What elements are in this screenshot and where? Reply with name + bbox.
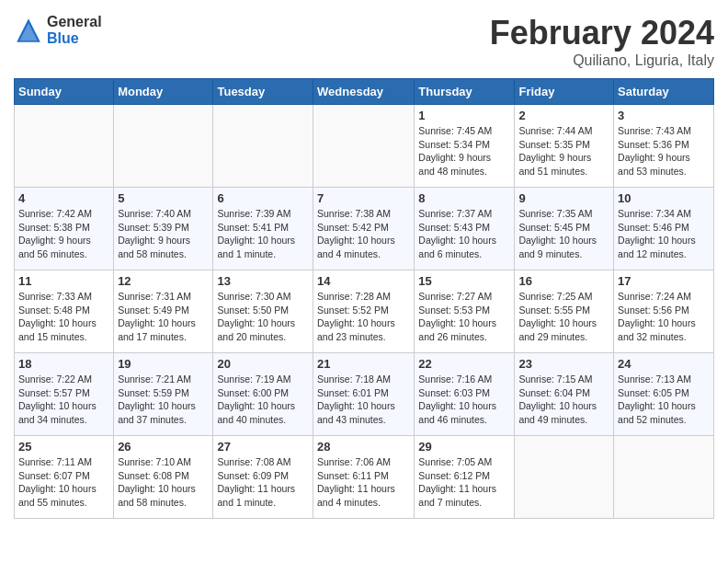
day-number: 9 xyxy=(518,191,609,205)
calendar-cell: 14Sunrise: 7:28 AM Sunset: 5:52 PM Dayli… xyxy=(313,270,415,353)
week-row-5: 25Sunrise: 7:11 AM Sunset: 6:07 PM Dayli… xyxy=(15,436,714,519)
calendar-cell: 19Sunrise: 7:21 AM Sunset: 5:59 PM Dayli… xyxy=(114,353,213,436)
header-col-wednesday: Wednesday xyxy=(313,79,415,105)
calendar-cell: 27Sunrise: 7:08 AM Sunset: 6:09 PM Dayli… xyxy=(213,436,313,519)
day-number: 23 xyxy=(518,357,609,371)
calendar-cell: 21Sunrise: 7:18 AM Sunset: 6:01 PM Dayli… xyxy=(313,353,415,436)
calendar-cell: 22Sunrise: 7:16 AM Sunset: 6:03 PM Dayli… xyxy=(415,353,515,436)
day-info: Sunrise: 7:27 AM Sunset: 5:53 PM Dayligh… xyxy=(418,290,510,344)
day-info: Sunrise: 7:42 AM Sunset: 5:38 PM Dayligh… xyxy=(18,207,109,261)
week-row-2: 4Sunrise: 7:42 AM Sunset: 5:38 PM Daylig… xyxy=(15,188,714,270)
calendar-cell: 25Sunrise: 7:11 AM Sunset: 6:07 PM Dayli… xyxy=(15,436,114,519)
header-col-monday: Monday xyxy=(114,79,213,105)
day-info: Sunrise: 7:30 AM Sunset: 5:50 PM Dayligh… xyxy=(217,290,309,344)
calendar-cell: 20Sunrise: 7:19 AM Sunset: 6:00 PM Dayli… xyxy=(213,353,313,436)
calendar-cell: 13Sunrise: 7:30 AM Sunset: 5:50 PM Dayli… xyxy=(213,270,313,353)
day-info: Sunrise: 7:05 AM Sunset: 6:12 PM Dayligh… xyxy=(418,455,510,510)
day-number: 8 xyxy=(418,191,510,205)
calendar-cell xyxy=(515,436,614,519)
day-number: 13 xyxy=(217,274,309,288)
calendar-cell: 26Sunrise: 7:10 AM Sunset: 6:08 PM Dayli… xyxy=(114,436,213,519)
calendar-cell xyxy=(313,105,415,188)
day-number: 21 xyxy=(317,357,410,371)
calendar-cell: 29Sunrise: 7:05 AM Sunset: 6:12 PM Dayli… xyxy=(415,436,515,519)
logo-icon xyxy=(14,16,43,45)
day-number: 25 xyxy=(18,440,109,454)
day-info: Sunrise: 7:34 AM Sunset: 5:46 PM Dayligh… xyxy=(618,207,710,261)
day-info: Sunrise: 7:18 AM Sunset: 6:01 PM Dayligh… xyxy=(317,373,410,427)
calendar-cell: 5Sunrise: 7:40 AM Sunset: 5:39 PM Daylig… xyxy=(114,188,213,270)
calendar-cell xyxy=(15,105,114,188)
day-number: 28 xyxy=(317,440,410,454)
day-number: 27 xyxy=(217,440,309,454)
day-info: Sunrise: 7:33 AM Sunset: 5:48 PM Dayligh… xyxy=(18,290,109,344)
day-number: 1 xyxy=(418,109,510,122)
calendar-cell: 8Sunrise: 7:37 AM Sunset: 5:43 PM Daylig… xyxy=(415,188,515,270)
day-info: Sunrise: 7:16 AM Sunset: 6:03 PM Dayligh… xyxy=(418,373,510,427)
day-number: 14 xyxy=(317,274,410,288)
calendar-title: February 2024 xyxy=(490,14,714,52)
day-info: Sunrise: 7:24 AM Sunset: 5:56 PM Dayligh… xyxy=(618,290,710,344)
day-info: Sunrise: 7:39 AM Sunset: 5:41 PM Dayligh… xyxy=(217,207,309,261)
day-number: 22 xyxy=(418,357,510,371)
header-col-tuesday: Tuesday xyxy=(213,79,313,105)
calendar-cell: 6Sunrise: 7:39 AM Sunset: 5:41 PM Daylig… xyxy=(213,188,313,270)
header-col-friday: Friday xyxy=(515,79,614,105)
day-info: Sunrise: 7:40 AM Sunset: 5:39 PM Dayligh… xyxy=(118,207,209,261)
calendar-cell: 4Sunrise: 7:42 AM Sunset: 5:38 PM Daylig… xyxy=(15,188,114,270)
day-info: Sunrise: 7:35 AM Sunset: 5:45 PM Dayligh… xyxy=(518,207,609,261)
calendar-cell: 18Sunrise: 7:22 AM Sunset: 5:57 PM Dayli… xyxy=(15,353,114,436)
day-number: 18 xyxy=(18,357,109,371)
day-number: 26 xyxy=(118,440,209,454)
logo-text: General Blue xyxy=(47,14,102,47)
day-number: 5 xyxy=(118,191,209,205)
day-info: Sunrise: 7:13 AM Sunset: 6:05 PM Dayligh… xyxy=(618,373,710,427)
day-number: 12 xyxy=(118,274,209,288)
day-number: 4 xyxy=(18,191,109,205)
day-info: Sunrise: 7:10 AM Sunset: 6:08 PM Dayligh… xyxy=(118,455,209,510)
day-number: 7 xyxy=(317,191,410,205)
logo: General Blue xyxy=(14,14,102,47)
day-number: 3 xyxy=(618,109,710,122)
calendar-cell xyxy=(114,105,213,188)
day-info: Sunrise: 7:19 AM Sunset: 6:00 PM Dayligh… xyxy=(217,373,309,427)
day-info: Sunrise: 7:31 AM Sunset: 5:49 PM Dayligh… xyxy=(118,290,209,344)
day-info: Sunrise: 7:06 AM Sunset: 6:11 PM Dayligh… xyxy=(317,455,410,510)
calendar-cell xyxy=(213,105,313,188)
day-info: Sunrise: 7:21 AM Sunset: 5:59 PM Dayligh… xyxy=(118,373,209,427)
calendar-header-row: SundayMondayTuesdayWednesdayThursdayFrid… xyxy=(15,79,714,105)
day-number: 20 xyxy=(217,357,309,371)
calendar-cell: 15Sunrise: 7:27 AM Sunset: 5:53 PM Dayli… xyxy=(415,270,515,353)
week-row-4: 18Sunrise: 7:22 AM Sunset: 5:57 PM Dayli… xyxy=(15,353,714,436)
calendar-cell: 12Sunrise: 7:31 AM Sunset: 5:49 PM Dayli… xyxy=(114,270,213,353)
day-number: 24 xyxy=(618,357,710,371)
day-info: Sunrise: 7:44 AM Sunset: 5:35 PM Dayligh… xyxy=(518,124,609,178)
week-row-3: 11Sunrise: 7:33 AM Sunset: 5:48 PM Dayli… xyxy=(15,270,714,353)
calendar-table: SundayMondayTuesdayWednesdayThursdayFrid… xyxy=(14,78,714,519)
calendar-cell: 9Sunrise: 7:35 AM Sunset: 5:45 PM Daylig… xyxy=(515,188,614,270)
day-number: 11 xyxy=(18,274,109,288)
calendar-cell: 3Sunrise: 7:43 AM Sunset: 5:36 PM Daylig… xyxy=(614,105,714,188)
calendar-cell: 17Sunrise: 7:24 AM Sunset: 5:56 PM Dayli… xyxy=(614,270,714,353)
day-info: Sunrise: 7:38 AM Sunset: 5:42 PM Dayligh… xyxy=(317,207,410,261)
day-number: 19 xyxy=(118,357,209,371)
calendar-cell: 10Sunrise: 7:34 AM Sunset: 5:46 PM Dayli… xyxy=(614,188,714,270)
title-block: February 2024 Quiliano, Liguria, Italy xyxy=(490,14,714,69)
calendar-cell: 1Sunrise: 7:45 AM Sunset: 5:34 PM Daylig… xyxy=(415,105,515,188)
calendar-cell: 16Sunrise: 7:25 AM Sunset: 5:55 PM Dayli… xyxy=(515,270,614,353)
calendar-subtitle: Quiliano, Liguria, Italy xyxy=(490,52,714,69)
day-number: 29 xyxy=(418,440,510,454)
calendar-cell: 11Sunrise: 7:33 AM Sunset: 5:48 PM Dayli… xyxy=(15,270,114,353)
day-info: Sunrise: 7:25 AM Sunset: 5:55 PM Dayligh… xyxy=(518,290,609,344)
day-number: 6 xyxy=(217,191,309,205)
day-info: Sunrise: 7:15 AM Sunset: 6:04 PM Dayligh… xyxy=(518,373,609,427)
day-number: 2 xyxy=(518,109,609,122)
calendar-cell: 2Sunrise: 7:44 AM Sunset: 5:35 PM Daylig… xyxy=(515,105,614,188)
day-info: Sunrise: 7:08 AM Sunset: 6:09 PM Dayligh… xyxy=(217,455,309,510)
header-col-sunday: Sunday xyxy=(15,79,114,105)
calendar-cell: 24Sunrise: 7:13 AM Sunset: 6:05 PM Dayli… xyxy=(614,353,714,436)
page-header: General Blue February 2024 Quiliano, Lig… xyxy=(14,14,714,69)
day-number: 16 xyxy=(518,274,609,288)
calendar-cell xyxy=(614,436,714,519)
day-number: 15 xyxy=(418,274,510,288)
